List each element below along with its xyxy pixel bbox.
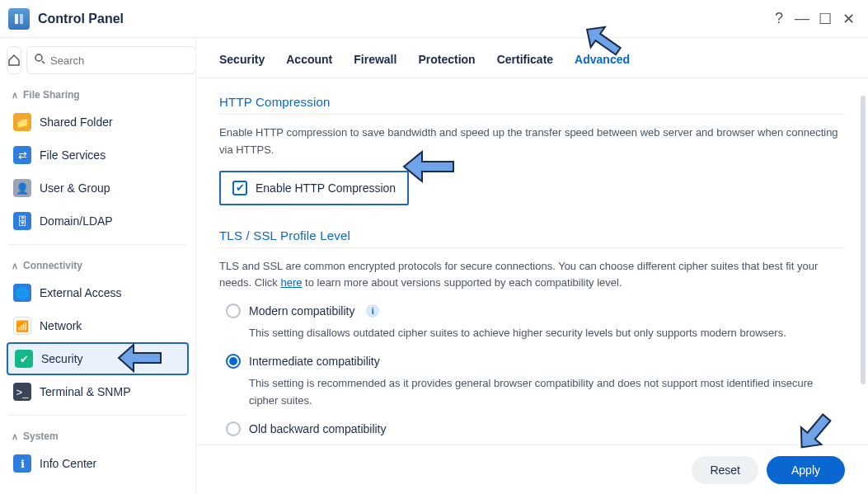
titlebar: Control Panel ? — ☐ ✕: [0, 0, 868, 38]
svg-line-3: [42, 61, 45, 64]
reset-button[interactable]: Reset: [692, 456, 758, 484]
globe-icon: 🌐: [13, 284, 31, 302]
search-input[interactable]: [50, 54, 189, 67]
radio-modern-compatibility[interactable]: Modern compatibility i: [226, 303, 845, 318]
sidebar-item-user-group[interactable]: 👤 User & Group: [7, 172, 189, 205]
tab-bar: Security Account Firewall Protection Cer…: [196, 38, 868, 78]
tab-account[interactable]: Account: [286, 53, 332, 78]
sidebar-item-security[interactable]: ✔ Security: [7, 342, 189, 375]
section-system[interactable]: ∧ System: [7, 422, 189, 447]
sidebar-item-label: Domain/LDAP: [40, 214, 113, 228]
http-compression-desc: Enable HTTP compression to save bandwidt…: [219, 125, 845, 159]
help-button[interactable]: ?: [767, 7, 791, 31]
shield-icon: ✔: [15, 350, 33, 368]
sidebar-item-info-center[interactable]: ℹ Info Center: [7, 447, 189, 480]
terminal-icon: >_: [13, 383, 31, 401]
radio-intermediate-compatibility[interactable]: Intermediate compatibility: [226, 354, 845, 369]
sidebar-item-shared-folder[interactable]: 📁 Shared Folder: [7, 106, 189, 139]
sidebar-item-terminal-snmp[interactable]: >_ Terminal & SNMP: [7, 375, 189, 408]
sidebar-item-label: Security: [41, 352, 83, 365]
sidebar-item-label: Terminal & SNMP: [40, 385, 130, 398]
tls-title: TLS / SSL Profile Level: [219, 228, 845, 242]
home-button[interactable]: [7, 46, 21, 74]
info-icon: ℹ: [13, 454, 31, 473]
search-icon: [34, 53, 45, 68]
user-group-icon: 👤: [13, 179, 31, 197]
chevron-up-icon: ∧: [12, 431, 18, 442]
divider: [8, 415, 187, 416]
minimize-button[interactable]: —: [791, 7, 814, 31]
folder-icon: 📁: [13, 113, 31, 131]
file-services-icon: ⇄: [13, 146, 31, 164]
divider: [8, 244, 187, 245]
sidebar-item-label: Shared Folder: [40, 115, 113, 129]
sidebar-item-domain-ldap[interactable]: 🗄 Domain/LDAP: [7, 205, 189, 238]
radio-label: Modern compatibility: [249, 304, 354, 318]
info-badge[interactable]: i: [366, 304, 379, 318]
radio-icon: [226, 303, 241, 318]
search-box[interactable]: [26, 46, 196, 74]
sidebar-item-label: User & Group: [40, 181, 110, 195]
sidebar-item-network[interactable]: 📶 Network: [7, 309, 189, 342]
domain-ldap-icon: 🗄: [13, 212, 31, 230]
sidebar-item-file-services[interactable]: ⇄ File Services: [7, 139, 189, 172]
home-icon: [7, 54, 21, 67]
http-compression-title: HTTP Compression: [219, 95, 845, 109]
chevron-up-icon: ∧: [12, 90, 18, 101]
enable-http-compression-checkbox[interactable]: ✔ Enable HTTP Compression: [219, 171, 409, 205]
tab-firewall[interactable]: Firewall: [354, 53, 396, 78]
content-area: HTTP Compression Enable HTTP compression…: [196, 78, 868, 494]
section-label: File Sharing: [23, 89, 80, 101]
section-label: Connectivity: [23, 260, 82, 271]
radio-desc: This setting is recommended as it provid…: [249, 375, 845, 410]
apply-button[interactable]: Apply: [767, 456, 845, 484]
svg-rect-0: [15, 14, 18, 24]
sidebar-item-label: File Services: [40, 148, 106, 162]
main-panel: Security Account Firewall Protection Cer…: [196, 38, 868, 494]
radio-icon: [226, 354, 241, 369]
control-panel-icon: [8, 8, 30, 30]
footer: Reset Apply: [196, 445, 868, 494]
sidebar-item-external-access[interactable]: 🌐 External Access: [7, 276, 189, 309]
sidebar-item-label: Info Center: [40, 457, 96, 470]
radio-desc: This setting disallows outdated cipher s…: [249, 325, 845, 342]
tab-security[interactable]: Security: [219, 53, 265, 78]
tls-desc: TLS and SSL are common encrypted protoco…: [219, 258, 845, 293]
maximize-button[interactable]: ☐: [814, 7, 837, 31]
tab-protection[interactable]: Protection: [418, 53, 475, 78]
window-title: Control Panel: [38, 12, 124, 26]
radio-label: Intermediate compatibility: [249, 355, 380, 368]
sidebar-item-label: External Access: [40, 286, 122, 299]
radio-icon: [226, 421, 241, 436]
close-button[interactable]: ✕: [837, 7, 860, 31]
checkbox-label: Enable HTTP Compression: [256, 181, 396, 195]
svg-rect-1: [20, 14, 23, 24]
section-file-sharing[interactable]: ∧ File Sharing: [7, 81, 189, 106]
radio-label: Old backward compatibility: [249, 422, 387, 435]
section-label: System: [23, 430, 59, 442]
radio-old-backward-compatibility[interactable]: Old backward compatibility: [226, 421, 845, 436]
sidebar-item-label: Network: [40, 319, 82, 332]
tls-learn-more-link[interactable]: here: [280, 276, 302, 289]
chevron-up-icon: ∧: [12, 261, 18, 271]
tab-advanced[interactable]: Advanced: [575, 53, 630, 78]
network-icon: 📶: [13, 317, 31, 335]
tab-certificate[interactable]: Certificate: [497, 53, 553, 78]
svg-point-2: [35, 54, 42, 61]
checkbox-icon: ✔: [232, 181, 247, 195]
scrollbar[interactable]: [861, 96, 866, 384]
section-connectivity[interactable]: ∧ Connectivity: [7, 252, 189, 276]
sidebar: ∧ File Sharing 📁 Shared Folder ⇄ File Se…: [0, 38, 196, 494]
